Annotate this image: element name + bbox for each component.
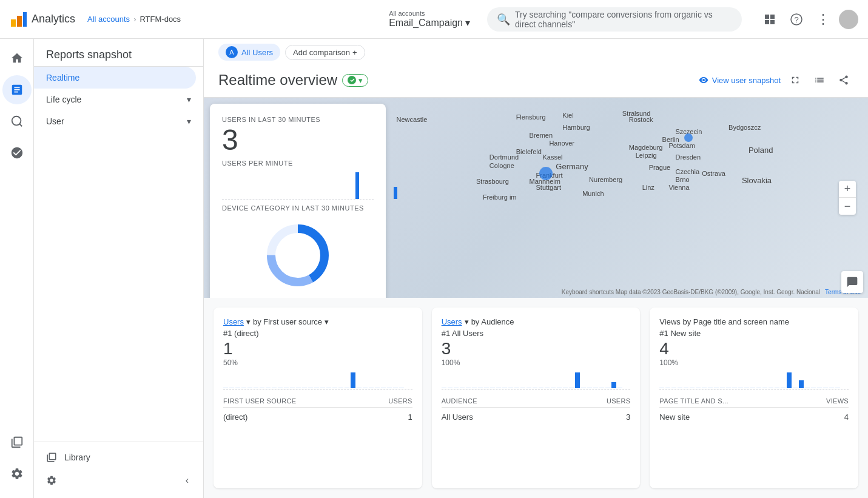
card1-title-arrow[interactable]: ▾ <box>325 317 329 326</box>
sidebar-item-settings[interactable] <box>2 459 32 488</box>
card1-title-users[interactable]: Users <box>223 317 244 326</box>
mini-bar-segment <box>442 388 446 388</box>
mini-bar-segment <box>557 388 562 388</box>
search-bar[interactable]: 🔍 Try searching "compare conversions fro… <box>487 7 742 32</box>
add-comparison-button[interactable]: Add comparison + <box>285 45 365 60</box>
filters-row: A All Users Add comparison + <box>218 44 365 66</box>
device-donut-chart <box>222 219 374 292</box>
sidebar <box>0 39 34 498</box>
map-label-czechia: Czechia <box>675 168 699 175</box>
map-label-kassel: Kassel <box>542 153 562 161</box>
mini-bar-segment <box>665 388 670 388</box>
header-actions: View user snapshot <box>699 70 853 90</box>
users-by-source-card: Users ▾ by First user source ▾ #1 (direc… <box>214 308 422 488</box>
user-avatar[interactable] <box>839 10 858 29</box>
zoom-out-button[interactable]: − <box>839 198 856 215</box>
collapse-button[interactable]: ‹ <box>183 473 191 488</box>
map-label-stralsund: Stralsund <box>622 110 650 117</box>
status-badge[interactable]: ▾ <box>342 74 368 87</box>
mini-bar-segment <box>599 388 604 388</box>
expand-icon <box>790 75 801 86</box>
search-placeholder-text: Try searching "compare conversions from … <box>515 10 732 29</box>
app-title: Analytics <box>32 13 75 25</box>
page-title: Realtime overview ▾ <box>218 72 368 89</box>
settings-nav-item[interactable] <box>46 475 57 486</box>
mini-bar-segment <box>708 388 713 388</box>
all-accounts-link[interactable]: All accounts <box>87 15 130 24</box>
table-icon <box>814 75 825 86</box>
app-logo[interactable]: Analytics <box>10 11 75 28</box>
mini-bar-segment <box>835 388 840 388</box>
help-icon-button[interactable]: ? <box>786 8 807 30</box>
nav-item-user[interactable]: User ▾ <box>34 110 203 132</box>
mini-bar-segment <box>732 388 737 388</box>
map-label-hamburg: Hamburg <box>562 124 590 131</box>
sidebar-item-home[interactable] <box>2 44 32 73</box>
sidebar-item-library[interactable] <box>2 428 32 457</box>
map-label-stuttgart: Stuttgart <box>536 184 562 191</box>
mini-bar-segment <box>460 388 465 388</box>
snapshot-icon <box>699 75 708 85</box>
mini-bar-segment <box>726 388 731 388</box>
grid-icon-button[interactable] <box>759 8 781 30</box>
add-comparison-icon: + <box>352 48 357 57</box>
card3-mini-chart <box>659 372 849 390</box>
sidebar-item-explore[interactable] <box>2 107 32 136</box>
card3-pct: 100% <box>659 358 849 367</box>
card1-number: 1 <box>223 339 412 358</box>
status-check-icon <box>348 76 356 84</box>
card2-table-header: AUDIENCE USERS <box>442 397 631 408</box>
nav-item-lifecycle[interactable]: Life cycle ▾ <box>34 89 203 110</box>
card2-title-users[interactable]: Users <box>442 317 462 326</box>
per-minute-chart <box>222 169 374 200</box>
card1-title-dropdown[interactable]: ▾ <box>246 317 251 326</box>
card2-mini-chart <box>442 372 631 390</box>
mini-bar-segment <box>302 388 307 388</box>
map-label-brno: Brno <box>675 176 689 183</box>
mini-bar-segment <box>805 388 810 388</box>
table-view-button[interactable] <box>810 70 829 90</box>
card2-title-suffix: by Audience <box>471 317 514 326</box>
mini-bar-segment <box>502 388 507 388</box>
sidebar-item-advertising[interactable] <box>2 138 32 167</box>
zoom-in-button[interactable]: + <box>839 181 856 198</box>
mini-bar-segment <box>496 388 501 388</box>
mini-bar-segment <box>260 388 264 388</box>
card1-row1-col1: (direct) <box>223 412 247 422</box>
card2-col1-header: AUDIENCE <box>442 397 477 405</box>
content-header: A All Users Add comparison + Realtime ov… <box>204 39 868 98</box>
mini-bar-segment <box>320 388 325 388</box>
mini-bar-segment <box>357 388 362 388</box>
map-label-flensburg: Flensburg <box>516 113 546 121</box>
property-selector[interactable]: Email_Campaign ▾ <box>389 17 470 29</box>
map-label-poland: Poland <box>749 146 773 155</box>
map-label-hanover: Hanover <box>549 140 574 147</box>
more-options-button[interactable]: ⋮ <box>812 8 834 30</box>
card2-title-dropdown[interactable]: ▾ <box>465 317 469 326</box>
feedback-button[interactable] <box>841 271 863 293</box>
users-30min-count: 3 <box>222 126 374 155</box>
bottom-cards: Users ▾ by First user source ▾ #1 (direc… <box>204 298 868 498</box>
card1-col1-header: FIRST USER SOURCE <box>223 397 296 405</box>
nav-item-realtime[interactable]: Realtime <box>34 67 196 89</box>
card1-table-row: (direct) 1 <box>223 410 412 424</box>
mini-bar-segment <box>375 388 380 388</box>
sidebar-item-reports[interactable] <box>2 75 32 104</box>
card1-mini-chart <box>223 372 412 390</box>
share-button[interactable] <box>834 70 853 90</box>
mini-bar-segment <box>696 388 701 388</box>
map-label-leipzig: Leipzig <box>636 152 657 159</box>
svg-text:?: ? <box>794 15 798 24</box>
mini-bar-segment <box>508 388 513 388</box>
share-icon <box>838 75 849 86</box>
map-label-newcastle: Newcastle <box>397 116 428 123</box>
mini-bar-segment <box>714 388 719 388</box>
mini-bar-segment <box>466 388 471 388</box>
map-label-linz: Linz <box>642 184 654 191</box>
all-users-chip[interactable]: A All Users <box>218 44 280 61</box>
view-user-snapshot-button[interactable]: View user snapshot <box>699 75 781 85</box>
mini-bar-segment <box>775 388 779 388</box>
expand-button[interactable] <box>786 70 805 90</box>
card3-col1-header: PAGE TITLE AND S... <box>659 397 728 405</box>
library-nav-item[interactable]: Library <box>46 452 191 463</box>
